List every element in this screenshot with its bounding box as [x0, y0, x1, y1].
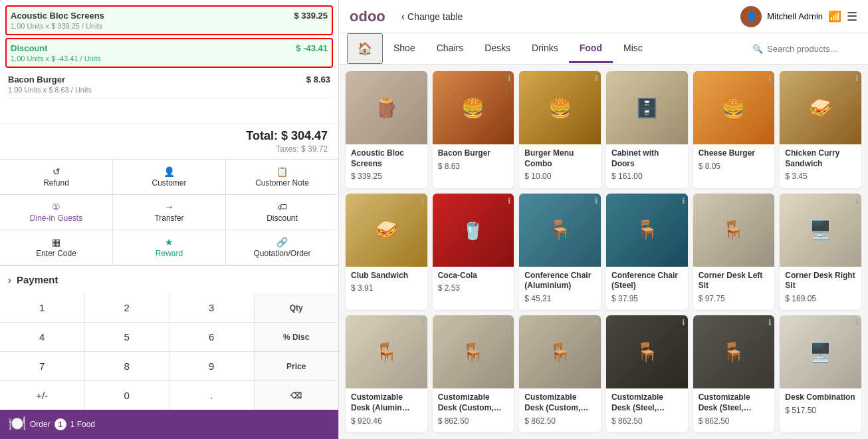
product-card-custom-st1[interactable]: 🪑 ℹ Customizable Desk (Steel,… $ 862.50: [606, 315, 688, 432]
product-card-burger-menu[interactable]: 🍔 ℹ Burger Menu Combo $ 10.00: [519, 71, 601, 188]
product-card-coca[interactable]: 🥤 ℹ Coca-Cola $ 2.53: [433, 194, 514, 311]
numpad-key-[interactable]: .: [169, 381, 254, 410]
numpad-key-1[interactable]: 1: [0, 293, 84, 322]
numpad-key-9[interactable]: 9: [169, 352, 254, 380]
action-icon-refund: ↺: [53, 166, 60, 177]
action-btn-transfer[interactable]: →Transfer: [113, 195, 225, 229]
product-card-custom-c2[interactable]: 🪑 ℹ Customizable Desk (Custom,… $ 862.50: [519, 315, 601, 432]
numpad-key-Qty[interactable]: Qty: [255, 293, 339, 322]
product-info-icon-corner-r[interactable]: ℹ: [855, 196, 859, 206]
hamburger-menu-icon[interactable]: ☰: [847, 9, 857, 24]
product-card-custom-c1[interactable]: 🪑 ℹ Customizable Desk (Custom,… $ 862.50: [433, 315, 514, 432]
product-info-icon-cheese[interactable]: ℹ: [768, 74, 772, 83]
product-info-icon-conf-al[interactable]: ℹ: [595, 196, 598, 206]
search-input[interactable]: [767, 44, 860, 54]
action-btn-enter-code[interactable]: ▦Enter Code: [0, 230, 112, 265]
product-card-chicken[interactable]: 🥪 ℹ Chicken Curry Sandwich $ 3.45: [780, 71, 861, 188]
left-panel: Acoustic Bloc Screens $ 339.25 1.00 Unit…: [0, 0, 339, 439]
numpad-key-8[interactable]: 8: [85, 352, 169, 380]
total-value: Total: $ 304.47: [11, 129, 328, 143]
product-image-acoustic: 🪵: [346, 71, 427, 144]
action-label-customer: Customer: [152, 178, 186, 188]
category-btn-desks[interactable]: Desks: [474, 35, 521, 63]
product-card-cabinet[interactable]: 🗄️ ℹ Cabinet with Doors $ 161.00: [606, 71, 688, 188]
product-name-custom-st2: Customizable Desk (Steel,…: [699, 392, 770, 413]
product-price-corner-r: $ 169.05: [785, 294, 856, 303]
product-image-corner-l: 🪑: [693, 194, 775, 267]
action-btn-reward[interactable]: ★Reward: [113, 230, 225, 265]
product-info-icon-acoustic[interactable]: ℹ: [421, 74, 425, 83]
category-btn-food[interactable]: Food: [569, 35, 613, 63]
product-info-icon-conf-st[interactable]: ℹ: [682, 196, 685, 206]
product-card-custom-al[interactable]: 🪑 ℹ Customizable Desk (Alumin… $ 920.46: [346, 315, 427, 432]
product-image-custom-al: 🪑: [346, 315, 427, 388]
numpad-key-0[interactable]: 0: [85, 381, 169, 410]
product-name-custom-al: Customizable Desk (Alumin…: [351, 392, 422, 413]
numpad-key-Disc[interactable]: % Disc: [255, 323, 339, 351]
product-name-conf-st: Conference Chair (Steel): [611, 271, 683, 291]
action-btn-dine-in[interactable]: ①Dine-in Guests: [0, 195, 112, 229]
order-items[interactable]: Acoustic Bloc Screens $ 339.25 1.00 Unit…: [0, 0, 338, 123]
product-info-icon-burger-menu[interactable]: ℹ: [595, 74, 598, 83]
product-name-club: Club Sandwich: [351, 271, 422, 281]
product-image-desk-combo: 🖥️: [780, 315, 861, 388]
action-btn-customer-note[interactable]: 📋Customer Note: [226, 160, 338, 194]
product-card-club[interactable]: 🥪 ℹ Club Sandwich $ 3.91: [346, 194, 427, 311]
order-item[interactable]: Acoustic Bloc Screens $ 339.25 1.00 Unit…: [5, 5, 333, 35]
top-bar: odoo ‹ Change table 👤 Mitchell Admin 📶 ☰: [339, 0, 868, 33]
product-image-club: 🥪: [346, 194, 427, 267]
numpad-key-[interactable]: ⌫: [255, 381, 339, 410]
category-btn-drinks[interactable]: Drinks: [521, 35, 569, 63]
numpad-key-3[interactable]: 3: [169, 293, 254, 322]
product-info-icon-chicken[interactable]: ℹ: [855, 74, 859, 83]
product-info-icon-corner-l[interactable]: ℹ: [768, 196, 772, 206]
product-card-corner-l[interactable]: 🪑 ℹ Corner Desk Left Sit $ 97.75: [693, 194, 775, 311]
item-name: Acoustic Bloc Screens: [11, 11, 104, 21]
product-info-icon-custom-c1[interactable]: ℹ: [508, 318, 511, 327]
product-info-icon-desk-combo[interactable]: ℹ: [855, 318, 859, 327]
product-info-icon-cabinet[interactable]: ℹ: [682, 74, 685, 83]
product-card-desk-combo[interactable]: 🖥️ ℹ Desk Combination $ 517.50: [780, 315, 861, 432]
product-price-bacon: $ 8.63: [438, 162, 509, 171]
numpad-key-[interactable]: +/-: [0, 381, 84, 410]
numpad-key-Price[interactable]: Price: [255, 352, 339, 380]
product-info-icon-club[interactable]: ℹ: [421, 196, 425, 206]
numpad-key-4[interactable]: 4: [0, 323, 84, 351]
product-info-icon-custom-st2[interactable]: ℹ: [768, 318, 772, 327]
username: Mitchell Admin: [767, 11, 823, 21]
action-btn-discount[interactable]: 🏷Discount: [226, 195, 338, 229]
product-price-corner-l: $ 97.75: [699, 294, 770, 303]
numpad-key-5[interactable]: 5: [85, 323, 169, 351]
product-info-icon-custom-st1[interactable]: ℹ: [682, 318, 685, 327]
action-btn-quotation[interactable]: 🔗Quotation/Order: [226, 230, 338, 265]
action-btn-customer[interactable]: 👤Customer: [113, 160, 225, 194]
product-info-icon-custom-c2[interactable]: ℹ: [595, 318, 598, 327]
product-card-acoustic[interactable]: 🪵 ℹ Acoustic Bloc Screens $ 339.25: [346, 71, 427, 188]
back-button[interactable]: ‹ Change table: [401, 11, 463, 23]
product-card-conf-al[interactable]: 🪑 ℹ Conference Chair (Aluminium) $ 45.31: [519, 194, 601, 311]
numpad-key-7[interactable]: 7: [0, 352, 84, 380]
numpad-key-6[interactable]: 6: [169, 323, 254, 351]
category-home-button[interactable]: 🏠: [347, 33, 383, 64]
product-card-cheese[interactable]: 🍔 ℹ Cheese Burger $ 8.05: [693, 71, 775, 188]
order-item[interactable]: Bacon Burger $ 8.63 1.00 Units x $ 8.63 …: [5, 71, 333, 98]
product-name-corner-l: Corner Desk Left Sit: [699, 271, 770, 291]
item-price: $ 339.25: [294, 11, 328, 21]
payment-button[interactable]: › Payment: [0, 266, 338, 293]
product-card-bacon[interactable]: 🍔 ℹ Bacon Burger $ 8.63: [433, 71, 514, 188]
category-btn-chairs[interactable]: Chairs: [426, 35, 474, 63]
product-card-corner-r[interactable]: 🖥️ ℹ Corner Desk Right Sit $ 169.05: [780, 194, 861, 311]
category-btn-misc[interactable]: Misc: [613, 35, 653, 63]
order-item[interactable]: Discount $ -43.41 1.00 Units x $ -43.41 …: [5, 38, 333, 68]
product-info-icon-coca[interactable]: ℹ: [508, 196, 511, 206]
product-price-custom-c1: $ 862.50: [438, 416, 509, 426]
product-info-icon-custom-al[interactable]: ℹ: [421, 318, 425, 327]
category-btn-shoe[interactable]: Shoe: [383, 35, 426, 63]
search-icon: 🔍: [752, 44, 763, 54]
order-tab[interactable]: 🍽️ Order 1 1 Food: [0, 410, 338, 439]
product-info-icon-bacon[interactable]: ℹ: [508, 74, 511, 83]
action-btn-refund[interactable]: ↺Refund: [0, 160, 112, 194]
product-card-custom-st2[interactable]: 🪑 ℹ Customizable Desk (Steel,… $ 862.50: [693, 315, 775, 432]
numpad-key-2[interactable]: 2: [85, 293, 169, 322]
product-card-conf-st[interactable]: 🪑 ℹ Conference Chair (Steel) $ 37.95: [606, 194, 688, 311]
